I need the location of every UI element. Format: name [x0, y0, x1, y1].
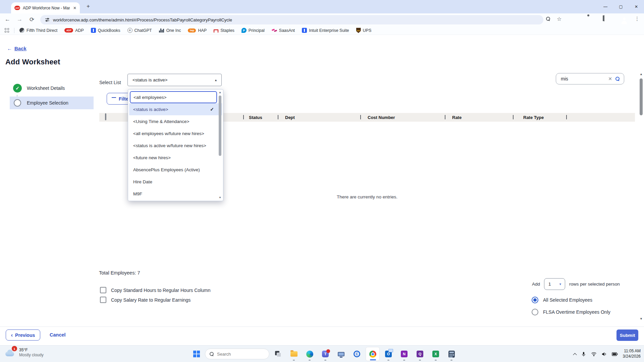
checkbox[interactable]: [100, 287, 106, 293]
task-view-button[interactable]: [271, 346, 285, 362]
scrollbar-thumb[interactable]: [219, 96, 221, 156]
back-link[interactable]: ← Back: [7, 46, 26, 51]
dropdown-option[interactable]: Hire Date: [129, 176, 217, 188]
all-selected-employees-option[interactable]: All Selected Employees: [532, 297, 592, 303]
browser-reload-icon[interactable]: ⟳: [30, 16, 34, 23]
dropdown-option[interactable]: <future new hires>: [129, 152, 217, 164]
remote-desktop-button[interactable]: [334, 346, 348, 362]
rows-count-dropdown[interactable]: 1 ▼: [544, 278, 565, 290]
flsa-overtime-option[interactable]: FLSA Overtime Employees Only: [532, 309, 610, 315]
dropdown-scrollbar[interactable]: ▲ ▼: [218, 91, 222, 199]
radio[interactable]: [532, 309, 538, 315]
browser-back-icon[interactable]: ←: [5, 16, 10, 23]
browser-menu-icon[interactable]: ⋮: [635, 16, 640, 22]
bookmark-one-inc[interactable]: One Inc: [159, 28, 181, 33]
system-tray: 11:05 AM 3/24/2026: [574, 346, 641, 362]
tab-close-icon[interactable]: ✕: [72, 6, 77, 10]
bookmark-principal[interactable]: PPrincipal: [241, 28, 265, 33]
previous-button[interactable]: ‹ Previous: [6, 329, 40, 341]
clear-search-icon[interactable]: ✕: [608, 76, 612, 81]
quickbooks-time-button[interactable]: Q: [413, 346, 427, 362]
bookmark-saasant[interactable]: SaasAnt: [272, 28, 295, 33]
maximize-icon[interactable]: ▢: [613, 0, 629, 13]
apps-grid-icon[interactable]: [5, 28, 9, 33]
select-list-label: Select List: [99, 80, 121, 85]
scroll-down-icon[interactable]: ▼: [640, 316, 643, 321]
radio-selected[interactable]: [532, 297, 538, 303]
taskbar-clock[interactable]: 11:05 AM 3/24/2026: [623, 349, 641, 359]
bookmark-intuit-suite[interactable]: Intuit Enterprise Suite: [302, 28, 349, 33]
edge-button[interactable]: [303, 346, 317, 362]
dropdown-option[interactable]: <all employees>: [130, 91, 217, 103]
select-list-dropdown[interactable]: <status is active> ▲: [127, 74, 222, 86]
cancel-button[interactable]: Cancel: [50, 332, 66, 338]
bookmark-fifth-third[interactable]: Fifth Third Direct: [19, 28, 57, 33]
onenote-button[interactable]: N: [397, 346, 411, 362]
copy-standard-hours-option[interactable]: Copy Standard Hours to Regular Hours Col…: [100, 287, 210, 293]
outlook-button[interactable]: O: [381, 346, 395, 362]
chrome-button[interactable]: [366, 347, 380, 361]
search-icon[interactable]: [615, 77, 620, 81]
dropdown-option[interactable]: <all employees w/future new hires>: [129, 127, 217, 139]
taskbar-search[interactable]: [205, 349, 269, 359]
principal-icon: P: [241, 28, 247, 33]
select-all-checkbox[interactable]: [105, 113, 106, 120]
speaker-icon[interactable]: [602, 352, 607, 356]
bookmark-hap[interactable]: hapHAP: [188, 28, 207, 33]
browser-forward-icon[interactable]: →: [17, 16, 22, 23]
column-cost-number[interactable]: Cost Number: [368, 115, 395, 120]
column-dept[interactable]: Dept: [285, 115, 295, 120]
column-rate[interactable]: Rate: [452, 115, 462, 120]
file-explorer-button[interactable]: [287, 346, 301, 362]
browser-tab[interactable]: ADP ADP Workforce Now - Manage ✕: [11, 2, 80, 13]
new-tab-button[interactable]: +: [87, 3, 90, 10]
side-panel-icon[interactable]: [604, 15, 604, 21]
lens-search-icon[interactable]: [546, 16, 550, 22]
scroll-up-icon[interactable]: ▲: [219, 91, 221, 94]
copy-salary-rate-option[interactable]: Copy Salary Rate to Regular Earnings: [100, 297, 191, 303]
checkbox-label: Copy Salary Rate to Regular Earnings: [111, 297, 191, 303]
battery-icon[interactable]: [612, 352, 618, 356]
dropdown-option[interactable]: AbsencePlus Employees (Active): [129, 164, 217, 176]
bookmark-adp[interactable]: ADPADP: [64, 28, 84, 33]
checkbox[interactable]: [100, 297, 106, 303]
step-employee-selection[interactable]: Employee Selection: [10, 97, 94, 109]
dropdown-option[interactable]: <Using Time & Attendance>: [129, 115, 217, 127]
submit-button[interactable]: Submit: [616, 329, 638, 341]
teams-button[interactable]: T: [318, 346, 332, 362]
dropdown-option[interactable]: M9F: [129, 188, 217, 200]
taskbar-search-input[interactable]: [217, 352, 257, 357]
search-input[interactable]: [557, 76, 605, 81]
hidden-icons-chevron[interactable]: [573, 353, 577, 357]
page-scrollbar[interactable]: ▲ ▼: [639, 72, 644, 321]
close-icon[interactable]: ✕: [629, 0, 644, 13]
excel-button[interactable]: X: [429, 346, 443, 362]
add-rows-control: Add 1 ▼ rows per selected person: [532, 278, 620, 290]
start-button[interactable]: [190, 346, 203, 362]
step-worksheet-details[interactable]: ✓ Worksheet Details: [10, 82, 94, 95]
bookmark-chatgpt[interactable]: ✳ChatGPT: [127, 28, 152, 33]
column-rate-type[interactable]: Rate Type: [523, 115, 544, 120]
scroll-up-icon[interactable]: ▲: [640, 72, 643, 76]
dropdown-option-selected[interactable]: <status is active> ✓: [129, 103, 222, 115]
minimize-icon[interactable]: —: [598, 0, 613, 13]
bookmark-star-icon[interactable]: ☆: [557, 16, 561, 22]
tune-icon[interactable]: [45, 17, 50, 22]
bookmark-staples[interactable]: Staples: [214, 28, 234, 33]
radio-label: All Selected Employees: [543, 297, 592, 303]
address-bar[interactable]: workforcenow.adp.com/theme/admin.html#/P…: [40, 15, 543, 24]
date: 3/24/2026: [623, 354, 641, 359]
dropdown-option[interactable]: <status is active w/future new hires>: [129, 139, 217, 152]
scroll-down-icon[interactable]: ▼: [219, 196, 221, 199]
bookmark-quickbooks[interactable]: QuickBooks: [91, 28, 120, 33]
weather-widget[interactable]: 1 35°F Mostly cloudy: [5, 348, 44, 358]
scrollbar-thumb[interactable]: [640, 78, 643, 115]
column-status[interactable]: Status: [249, 115, 262, 120]
c-app-button[interactable]: C: [350, 346, 364, 362]
wifi-icon[interactable]: [591, 352, 597, 356]
microphone-icon[interactable]: [581, 352, 586, 357]
caret-up-icon: ▲: [214, 78, 217, 82]
calculator-button[interactable]: [444, 346, 459, 362]
hap-icon: hap: [188, 28, 196, 33]
bookmark-ups[interactable]: upsUPS: [356, 28, 372, 33]
